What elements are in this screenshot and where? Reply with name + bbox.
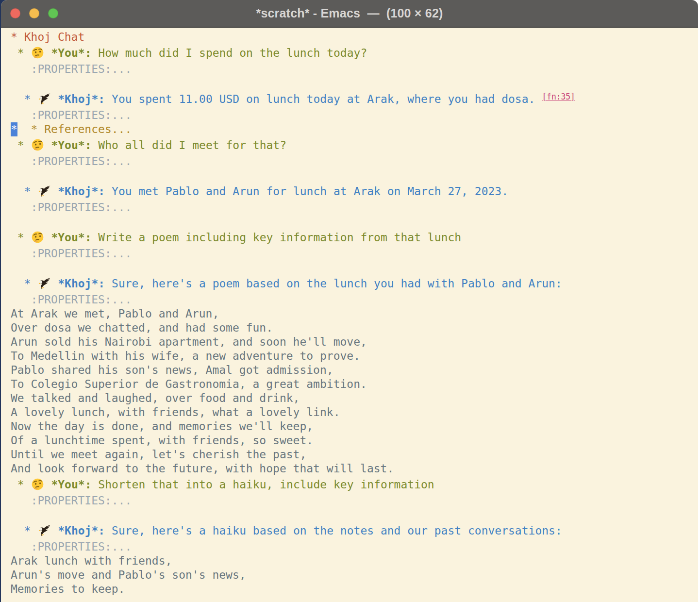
traffic-lights: [10, 0, 58, 27]
poem-line: To Colegio Superior de Gastronomia, a gr…: [11, 377, 698, 391]
properties-folded[interactable]: :PROPERTIES:...: [11, 494, 132, 507]
poem-text: To Medellin with his wife, a new adventu…: [11, 350, 360, 362]
eagle-icon: [37, 275, 51, 293]
eagle-icon: [37, 90, 51, 108]
poem-text: We talked and laughed, over food and dri…: [11, 392, 300, 404]
eagle-icon: [37, 183, 51, 201]
emacs-window: *scratch* - Emacs — (100 × 62) * Khoj Ch…: [1, 0, 698, 602]
properties-drawer: :PROPERTIES:...: [11, 62, 698, 76]
heading-star: *: [11, 185, 37, 198]
haiku-text: Arun's move and Pablo's son's news,: [11, 569, 246, 581]
zoom-button[interactable]: [48, 8, 58, 18]
heading-star: *: [11, 277, 37, 290]
poem-line: Arun sold his Nairobi apartment, and soo…: [11, 335, 698, 349]
thinking-face-icon: [31, 44, 45, 62]
blank-line: [11, 508, 698, 522]
spacer: [45, 231, 51, 244]
heading-star: *: [11, 231, 31, 244]
window-title: *scratch* - Emacs — (100 × 62): [256, 6, 443, 20]
poem-line: Of a lunchtime spent, with friends, so s…: [11, 434, 698, 448]
you-label: *You*:: [51, 231, 91, 244]
poem-text: At Arak we met, Pablo and Arun,: [11, 307, 219, 320]
titlebar[interactable]: *scratch* - Emacs — (100 × 62): [1, 0, 698, 28]
poem-text: And look forward to the future, with hop…: [11, 462, 394, 475]
poem-text: Of a lunchtime spent, with friends, so s…: [11, 434, 313, 447]
spacer: [51, 185, 58, 198]
properties-folded[interactable]: :PROPERTIES:...: [11, 63, 132, 75]
haiku-line: Arak lunch with friends,: [11, 554, 698, 568]
properties-drawer: :PROPERTIES:...: [11, 540, 698, 554]
cursor-block: *: [11, 122, 17, 136]
properties-folded[interactable]: :PROPERTIES:...: [11, 247, 132, 260]
poem-line: And look forward to the future, with hop…: [11, 462, 698, 476]
khoj-chat-title: * Khoj Chat: [11, 31, 84, 43]
poem-line: Until we meet again, let's cherish the p…: [11, 448, 698, 462]
properties-folded[interactable]: :PROPERTIES:...: [11, 109, 132, 121]
spacer: [17, 123, 31, 135]
poem-line: We talked and laughed, over food and dri…: [11, 391, 698, 405]
eagle-icon: [37, 522, 51, 540]
haiku-text: Arak lunch with friends,: [11, 554, 172, 567]
you-message-heading: * *You*: Write a poem including key info…: [11, 229, 698, 247]
khoj-message-text: You spent 11.00 USD on lunch today at Ar…: [105, 93, 542, 105]
thinking-face-icon: [31, 229, 45, 247]
properties-drawer: :PROPERTIES:...: [11, 108, 698, 122]
blank-line: [11, 168, 698, 183]
heading-star: *: [11, 93, 37, 105]
properties-drawer: :PROPERTIES:...: [11, 494, 698, 508]
you-message-text: Who all did I meet for that?: [92, 139, 287, 151]
khoj-label: *Khoj*:: [58, 93, 105, 105]
haiku-line: Memories to keep.: [11, 582, 698, 596]
khoj-label: *Khoj*:: [58, 524, 105, 537]
properties-folded[interactable]: :PROPERTIES:...: [11, 540, 132, 553]
thinking-face-icon: [31, 136, 45, 154]
poem-text: To Colegio Superior de Gastronomia, a gr…: [11, 378, 367, 390]
spacer: [45, 47, 51, 59]
spacer: [51, 93, 58, 105]
close-button[interactable]: [10, 8, 20, 18]
you-message-heading: * *You*: Who all did I meet for that?: [11, 136, 698, 154]
properties-drawer: :PROPERTIES:...: [11, 293, 698, 307]
blank-line: [11, 76, 698, 90]
properties-drawer: :PROPERTIES:...: [11, 154, 698, 168]
khoj-label: *Khoj*:: [58, 277, 105, 290]
you-label: *You*:: [51, 47, 91, 59]
khoj-message-text: You met Pablo and Arun for lunch at Arak…: [105, 185, 508, 198]
poem-line: At Arak we met, Pablo and Arun,: [11, 307, 698, 321]
spacer: [51, 277, 58, 290]
poem-line: To Medellin with his wife, a new adventu…: [11, 349, 698, 363]
blank-line: [11, 261, 698, 275]
references-folded-heading[interactable]: * References...: [31, 123, 132, 135]
khoj-label: *Khoj*:: [58, 185, 105, 198]
properties-folded[interactable]: :PROPERTIES:...: [11, 155, 132, 167]
minimize-button[interactable]: [29, 8, 39, 18]
you-message-heading: * *You*: Shorten that into a haiku, incl…: [11, 476, 698, 494]
poem-line: Over dosa we chatted, and had some fun.: [11, 321, 698, 335]
khoj-message-heading: * *Khoj*: Sure, here's a haiku based on …: [11, 522, 698, 540]
you-message-text: Write a poem including key information f…: [92, 231, 462, 244]
references-heading-line: * * References...: [11, 122, 698, 136]
properties-folded[interactable]: :PROPERTIES:...: [11, 201, 132, 214]
khoj-message-text: Sure, here's a haiku based on the notes …: [105, 524, 562, 537]
spacer: [45, 139, 51, 151]
you-message-text: Shorten that into a haiku, include key i…: [92, 478, 434, 491]
poem-text: A lovely lunch, with friends, what a lov…: [11, 406, 340, 418]
properties-folded[interactable]: :PROPERTIES:...: [11, 293, 132, 306]
poem-line: A lovely lunch, with friends, what a lov…: [11, 405, 698, 419]
poem-text: Now the day is done, and memories we'll …: [11, 420, 313, 433]
heading-star: *: [11, 478, 31, 491]
buffer[interactable]: * Khoj Chat * *You*: How much did I spen…: [1, 28, 698, 601]
poem-line: Pablo shared his son's news, Amal got ad…: [11, 363, 698, 377]
heading-star: *: [11, 524, 37, 537]
you-label: *You*:: [51, 139, 91, 151]
haiku-line: Arun's move and Pablo's son's news,: [11, 568, 698, 582]
blank-line: [11, 215, 698, 229]
you-message-heading: * *You*: How much did I spend on the lun…: [11, 44, 698, 62]
poem-text: Arun sold his Nairobi apartment, and soo…: [11, 335, 367, 348]
poem-text: Over dosa we chatted, and had some fun.: [11, 321, 273, 334]
heading-star: *: [11, 47, 31, 59]
poem-text: Until we meet again, let's cherish the p…: [11, 448, 306, 461]
footnote-link[interactable]: [fn:35]: [542, 92, 575, 101]
you-message-text: How much did I spend on the lunch today?: [92, 47, 367, 59]
thinking-face-icon: [31, 476, 45, 494]
